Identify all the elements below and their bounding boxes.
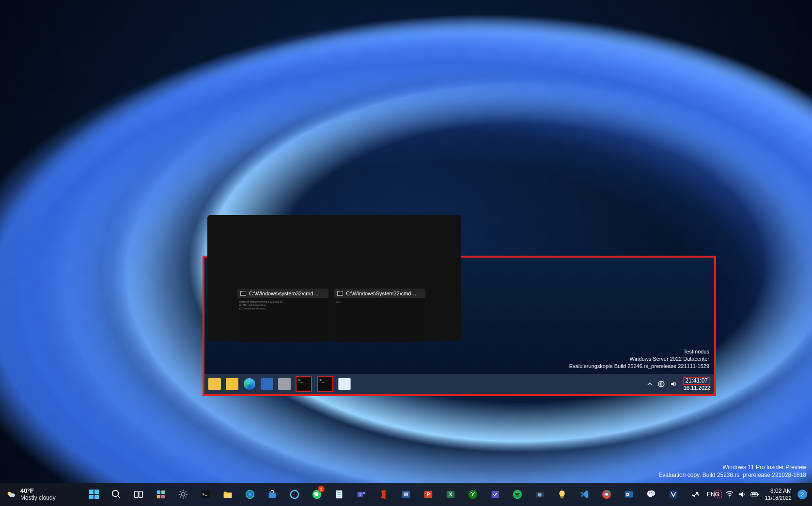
- svg-point-43: [605, 493, 608, 496]
- taskbar-vscode-button[interactable]: [575, 485, 594, 504]
- svg-rect-40: [561, 497, 563, 499]
- taskbar-xbox-button[interactable]: [463, 485, 483, 504]
- embedded-taskbar-edge[interactable]: [243, 378, 256, 390]
- tips-icon: [557, 489, 567, 500]
- embedded-watermark-line: Evaluierungskopie Build 25246.rs_prerele…: [569, 363, 709, 370]
- volume-icon: [738, 490, 747, 499]
- search-icon: [111, 489, 122, 500]
- embedded-taskbar-disk[interactable]: [278, 378, 291, 390]
- notepad-icon: [334, 489, 344, 500]
- cortana-icon: [289, 489, 300, 500]
- svg-text:T: T: [359, 492, 361, 497]
- camera-icon: [534, 489, 545, 500]
- tray-chevron-icon[interactable]: [692, 490, 701, 499]
- embedded-watermark-line: Testmodus: [569, 348, 709, 355]
- taskbar-chrome-button[interactable]: [597, 485, 616, 504]
- network-icon: [725, 490, 734, 499]
- embedded-screenshot-region: C:\Windows\system32\cmd… Microsoft Windo…: [203, 256, 716, 396]
- embedded-taskbar-chart[interactable]: [338, 378, 351, 390]
- taskbar-settings-button[interactable]: [173, 485, 193, 504]
- taskbar-notepad-button[interactable]: [329, 485, 349, 504]
- notification-center-badge[interactable]: 2: [797, 490, 807, 499]
- taskbar-outlook-button[interactable]: [619, 485, 639, 504]
- weather-icon: [6, 489, 16, 500]
- taskbar-edge-button[interactable]: [240, 485, 260, 504]
- weather-widget[interactable]: 40°F Mostly cloudy: [6, 488, 56, 501]
- svg-rect-11: [157, 491, 160, 494]
- embedded-tray-network-icon[interactable]: [657, 380, 665, 388]
- svg-point-56: [729, 497, 730, 498]
- taskbar-powerpoint-button[interactable]: P: [419, 485, 438, 504]
- tray-language[interactable]: ENG: [707, 491, 719, 498]
- tray-quick-settings[interactable]: [725, 490, 759, 499]
- embedded-taskbar-server-manager[interactable]: [261, 378, 273, 390]
- taskbar-start-button[interactable]: [84, 485, 104, 504]
- svg-rect-12: [161, 491, 165, 494]
- embedded-tray-chevron-icon[interactable]: [647, 381, 653, 387]
- taskbar-search-button[interactable]: [107, 485, 126, 504]
- svg-rect-4: [94, 490, 99, 494]
- embedded-taskbar-file[interactable]: [208, 378, 221, 390]
- svg-point-2: [9, 493, 15, 497]
- svg-point-48: [651, 491, 652, 492]
- start-icon: [88, 489, 100, 500]
- svg-rect-58: [758, 494, 759, 495]
- widgets-icon: [156, 489, 166, 500]
- svg-point-49: [652, 492, 653, 493]
- taskbar-excel-button[interactable]: X: [441, 485, 460, 504]
- embedded-tray-volume-icon[interactable]: [670, 380, 678, 388]
- taskbar-tips-button[interactable]: [552, 485, 572, 504]
- cmd-preview-title: C:\Windows\system32\cmd…: [249, 291, 319, 296]
- svg-rect-6: [94, 495, 99, 499]
- taskbar-terminal-button[interactable]: [196, 485, 215, 504]
- svg-point-15: [181, 492, 185, 496]
- taskbar-paint-button[interactable]: [641, 485, 661, 504]
- powerpoint-icon: P: [423, 489, 434, 500]
- svg-rect-19: [269, 492, 276, 498]
- embedded-taskbar-cmd-active-1[interactable]: [296, 376, 312, 392]
- cmd-preview-1[interactable]: C:\Windows\system32\cmd… Microsoft Windo…: [237, 289, 328, 342]
- cmd-preview-body: Microsoft Windows [Version 10.0.25246](c…: [237, 298, 328, 342]
- desktop-watermark: Windows 11 Pro Insider Preview Evaluatio…: [658, 463, 806, 479]
- taskbar-file-explorer-button[interactable]: [218, 485, 237, 504]
- svg-rect-13: [157, 495, 160, 498]
- taskbar-cortana-button[interactable]: [285, 485, 304, 504]
- taskbar-widgets-button[interactable]: [151, 485, 171, 504]
- taskbar-spotify-button[interactable]: [508, 485, 527, 504]
- taskbar-store-button[interactable]: [263, 485, 282, 504]
- embedded-taskbar-cmd-active-2[interactable]: [317, 376, 333, 392]
- settings-icon: [178, 489, 188, 500]
- todo-icon: [490, 489, 500, 500]
- taskbar-clock[interactable]: 8:02 AM 11/18/2022: [765, 488, 792, 501]
- store-icon: [267, 489, 278, 500]
- cmd-icon: [240, 291, 246, 296]
- paint-icon: [646, 489, 656, 500]
- cmd-preview-2[interactable]: C:\Windows\System32\cmd… C:\>_: [334, 289, 425, 342]
- taskbar-teams-button[interactable]: T: [352, 485, 371, 504]
- taskbar-hover-previews: C:\Windows\system32\cmd… Microsoft Windo…: [237, 289, 425, 342]
- taskbar-camera-button[interactable]: [530, 485, 549, 504]
- whatsapp-badge: 1: [318, 486, 325, 492]
- svg-rect-9: [135, 491, 138, 498]
- taskbar-virtualbox-button[interactable]: [664, 485, 683, 504]
- clock-time: 8:02 AM: [765, 488, 792, 494]
- svg-rect-5: [89, 495, 94, 499]
- spotify-icon: [512, 489, 523, 500]
- virtualbox-icon: [668, 489, 679, 500]
- taskbar-whatsapp-button[interactable]: 1: [307, 485, 327, 504]
- taskbar-todo-button[interactable]: [485, 485, 505, 504]
- svg-text:P: P: [427, 492, 430, 497]
- desktop-watermark-line: Windows 11 Pro Insider Preview: [658, 463, 806, 471]
- taskbar-office-button[interactable]: [374, 485, 393, 504]
- taskbar-task-view-button[interactable]: [129, 485, 148, 504]
- embedded-clock[interactable]: 21:41:07 16.11.2022: [683, 377, 710, 391]
- svg-point-18: [246, 490, 254, 499]
- svg-point-28: [363, 492, 366, 495]
- embedded-taskbar-explorer[interactable]: [226, 378, 238, 390]
- svg-point-7: [112, 491, 119, 497]
- taskbar-word-button[interactable]: W: [396, 485, 416, 504]
- svg-rect-10: [139, 491, 142, 498]
- battery-icon: [750, 490, 759, 499]
- cmd-preview-body: C:\>_: [334, 298, 425, 342]
- svg-rect-14: [161, 495, 165, 498]
